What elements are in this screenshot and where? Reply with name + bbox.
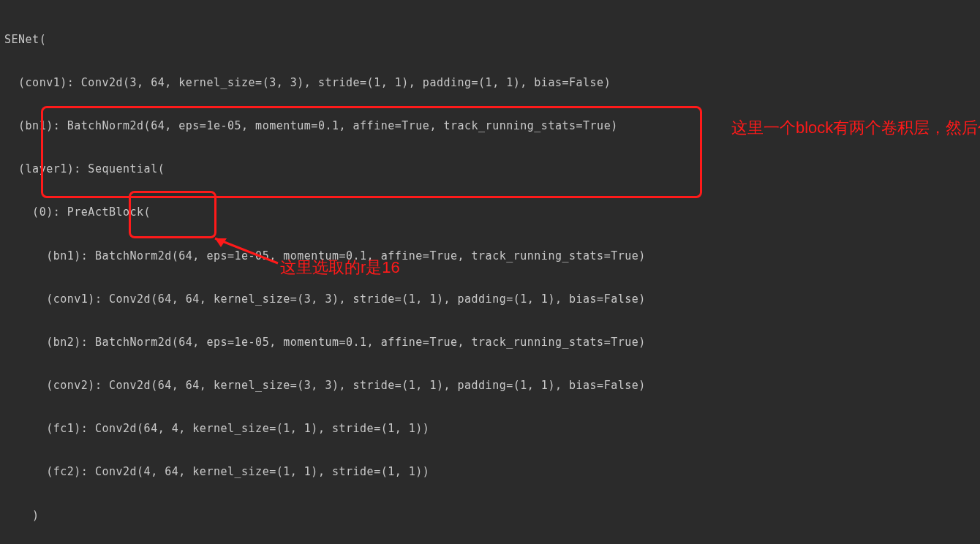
code-line: (layer1): Sequential(: [4, 159, 976, 181]
code-line: ): [4, 505, 976, 527]
code-line: (conv2): Conv2d(64, 64, kernel_size=(3, …: [4, 375, 976, 397]
code-line: SENet(: [4, 29, 976, 51]
code-block: SENet( (conv1): Conv2d(3, 64, kernel_siz…: [0, 0, 980, 544]
code-line: (conv1): Conv2d(64, 64, kernel_size=(3, …: [4, 289, 976, 311]
code-line: (fc1): Conv2d(64, 4, kernel_size=(1, 1),…: [4, 418, 976, 440]
code-line: (conv1): Conv2d(3, 64, kernel_size=(3, 3…: [4, 72, 976, 94]
code-line: (fc2): Conv2d(4, 64, kernel_size=(1, 1),…: [4, 461, 976, 483]
code-line: (bn1): BatchNorm2d(64, eps=1e-05, moment…: [4, 116, 976, 137]
code-line: (bn2): BatchNorm2d(64, eps=1e-05, moment…: [4, 332, 976, 354]
code-line: (0): PreActBlock(: [4, 202, 976, 224]
code-line: (bn1): BatchNorm2d(64, eps=1e-05, moment…: [4, 246, 976, 268]
